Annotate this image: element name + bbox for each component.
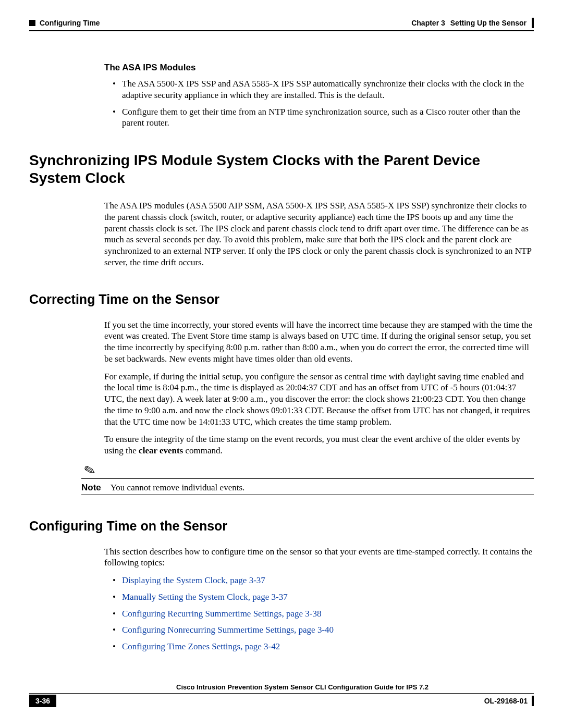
topic-link[interactable]: Configuring Nonrecurring Summertime Sett…: [122, 625, 334, 635]
list-item: Configuring Recurring Summertime Setting…: [104, 608, 534, 620]
correcting-para-3: To ensure the integrity of the time stam…: [104, 434, 534, 456]
chapter-label: Chapter 3: [411, 19, 445, 27]
topic-link[interactable]: Configuring Time Zones Settings, page 3-…: [122, 641, 280, 651]
topic-link-list: Displaying the System Clock, page 3-37 M…: [104, 575, 534, 652]
page-number-tab: 3-36: [29, 695, 56, 707]
topic-link[interactable]: Displaying the System Clock, page 3-37: [122, 575, 265, 585]
note-rule-top: [81, 478, 534, 479]
clear-events-command: clear events: [139, 446, 183, 455]
doc-id-text: OL-29168-01: [484, 697, 528, 705]
list-item: Configuring Nonrecurring Summertime Sett…: [104, 624, 534, 636]
sync-body: The ASA IPS modules (ASA 5500 AIP SSM, A…: [104, 200, 534, 268]
running-header: Configuring Time Chapter 3 Setting Up th…: [29, 18, 534, 28]
list-item: The ASA 5500-X IPS SSP and ASA 5585-X IP…: [104, 78, 534, 101]
list-item: Displaying the System Clock, page 3-37: [104, 575, 534, 586]
footer-rule: [29, 693, 534, 694]
topic-link[interactable]: Configuring Recurring Summertime Setting…: [122, 609, 321, 619]
asa-subheading: The ASA IPS Modules: [104, 63, 534, 73]
header-left: Configuring Time: [29, 19, 100, 27]
asa-ips-modules-block: The ASA IPS Modules The ASA 5500-X IPS S…: [104, 63, 534, 129]
doc-id: OL-29168-01: [484, 696, 534, 706]
para3-post: command.: [183, 446, 223, 455]
header-bar-icon: [532, 18, 534, 28]
topic-link[interactable]: Manually Setting the System Clock, page …: [122, 592, 288, 602]
correcting-heading: Correcting Time on the Sensor: [29, 291, 534, 307]
correcting-body: If you set the time incorrectly, your st…: [104, 319, 534, 456]
header-rule: [29, 30, 534, 31]
footer-bar-icon: [532, 696, 534, 706]
note-line: Note You cannot remove individual events…: [81, 482, 534, 493]
header-marker-icon: [29, 20, 35, 26]
sync-paragraph: The ASA IPS modules (ASA 5500 AIP SSM, A…: [104, 200, 534, 268]
note-text: You cannot remove individual events.: [111, 482, 244, 493]
note-label: Note: [81, 482, 101, 493]
pencil-icon: ✎: [83, 463, 97, 479]
configuring-intro: This section describes how to configure …: [104, 546, 534, 569]
page-footer: Cisco Intrusion Prevention System Sensor…: [29, 683, 534, 707]
correcting-para-2: For example, if during the initial setup…: [104, 371, 534, 428]
section-breadcrumb: Configuring Time: [40, 19, 100, 27]
header-right: Chapter 3 Setting Up the Sensor: [411, 18, 534, 28]
configuring-heading: Configuring Time on the Sensor: [29, 518, 534, 534]
list-item: Configuring Time Zones Settings, page 3-…: [104, 641, 534, 652]
correcting-para-1: If you set the time incorrectly, your st…: [104, 319, 534, 365]
footer-row: 3-36 OL-29168-01: [29, 695, 534, 707]
list-item: Configure them to get their time from an…: [104, 106, 534, 129]
note-block: ✎ Note You cannot remove individual even…: [81, 464, 534, 495]
list-item: Manually Setting the System Clock, page …: [104, 591, 534, 603]
guide-title: Cisco Intrusion Prevention System Sensor…: [71, 683, 534, 691]
sync-heading: Synchronizing IPS Module System Clocks w…: [29, 152, 534, 187]
chapter-title: Setting Up the Sensor: [450, 19, 527, 27]
note-rule-bottom: [81, 495, 534, 495]
configuring-body: This section describes how to configure …: [104, 546, 534, 652]
asa-bullet-list: The ASA 5500-X IPS SSP and ASA 5585-X IP…: [104, 78, 534, 129]
